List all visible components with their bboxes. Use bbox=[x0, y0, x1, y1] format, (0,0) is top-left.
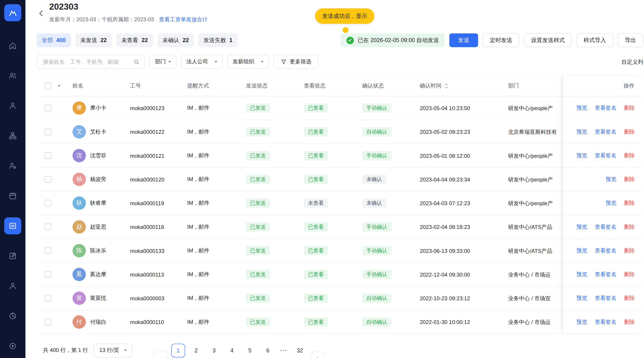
avatar: 付 bbox=[72, 315, 86, 329]
delete-link[interactable]: 删除 bbox=[624, 128, 635, 136]
sidebar-item-employee[interactable] bbox=[4, 97, 21, 114]
confirm-time: 2023-04-03 07:12:23 bbox=[420, 200, 508, 206]
status-tab[interactable]: 全部400 bbox=[37, 33, 71, 47]
sidebar-nav bbox=[4, 37, 21, 355]
preview-link[interactable]: 预览 bbox=[576, 128, 587, 136]
confirm-time: 2022-10-23 09:23:12 bbox=[420, 295, 508, 301]
delete-link[interactable]: 删除 bbox=[624, 247, 635, 255]
row-checkbox[interactable] bbox=[44, 176, 51, 183]
row-checkbox[interactable] bbox=[44, 271, 51, 278]
preview-link[interactable]: 预览 bbox=[576, 104, 587, 112]
page-button[interactable]: 5 bbox=[243, 343, 257, 357]
send-status-badge: 已发送 bbox=[246, 246, 270, 255]
row-checkbox[interactable] bbox=[44, 295, 51, 302]
sidebar-item-home[interactable] bbox=[4, 37, 21, 54]
row-checkbox[interactable] bbox=[44, 152, 51, 159]
chevron-down-icon bbox=[214, 60, 218, 64]
view-signature-link[interactable]: 查看签名 bbox=[595, 223, 616, 231]
row-checkbox[interactable] bbox=[44, 128, 51, 135]
tab-count: 1 bbox=[229, 37, 232, 44]
view-signature-link[interactable]: 查看签名 bbox=[595, 104, 616, 112]
confirm-time: 2023-05-02 09:23:23 bbox=[420, 129, 508, 135]
page-button[interactable]: 1 bbox=[171, 343, 185, 357]
scheduled-send-button[interactable]: 定时发送 bbox=[483, 33, 520, 47]
team-icon bbox=[8, 71, 17, 80]
department-filter[interactable]: 部门 bbox=[150, 55, 176, 69]
employee-id: moka0000110 bbox=[130, 319, 187, 325]
sidebar-item-team[interactable] bbox=[4, 67, 21, 84]
prev-page-button[interactable]: ‹ bbox=[154, 351, 167, 358]
avatar: 沈 bbox=[72, 149, 86, 162]
row-checkbox[interactable] bbox=[44, 200, 51, 207]
view-payroll-total-link[interactable]: 查看工资单发放合计 bbox=[159, 16, 208, 24]
delete-link[interactable]: 删除 bbox=[624, 223, 635, 231]
row-checkbox[interactable] bbox=[44, 223, 51, 230]
payroll-org-filter[interactable]: 发薪组织 bbox=[227, 55, 269, 69]
select-all-checkbox[interactable] bbox=[44, 82, 51, 89]
sort-icon[interactable] bbox=[444, 82, 448, 89]
delete-link[interactable]: 删除 bbox=[624, 294, 635, 302]
delete-link[interactable]: 删除 bbox=[624, 318, 635, 326]
sidebar-item-person-settings[interactable] bbox=[4, 157, 21, 174]
filter-label: 发薪组织 bbox=[232, 58, 254, 66]
delete-link[interactable]: 删除 bbox=[624, 152, 635, 160]
back-button[interactable] bbox=[36, 8, 46, 19]
confirm-status-badge: 手动确认 bbox=[362, 246, 391, 255]
table-row: 陈 陈冰乐 moka0000133 IM，邮件 已发送 已查看 手动确认 202… bbox=[37, 239, 643, 263]
view-signature-link[interactable]: 查看签名 bbox=[595, 294, 616, 302]
row-checkbox[interactable] bbox=[44, 105, 51, 111]
sidebar-item-payslip[interactable] bbox=[4, 217, 21, 234]
customize-columns-button[interactable]: 自定义列 bbox=[622, 58, 643, 66]
sidebar-item-settings[interactable] bbox=[4, 337, 21, 354]
view-signature-link[interactable]: 查看签名 bbox=[595, 318, 616, 326]
delete-link[interactable]: 删除 bbox=[624, 104, 635, 112]
search-input[interactable] bbox=[42, 58, 130, 65]
status-tab[interactable]: 未发送22 bbox=[75, 33, 112, 47]
export-button[interactable]: 导出 bbox=[618, 33, 643, 47]
page-button[interactable]: 6 bbox=[261, 343, 275, 357]
payroll-send-page: 202303 发薪年月：2023-03；个税所属期：2023-03 查看工资单发… bbox=[0, 0, 644, 358]
preview-link[interactable]: 预览 bbox=[576, 294, 587, 302]
view-signature-link[interactable]: 查看签名 bbox=[595, 128, 616, 136]
delete-link[interactable]: 删除 bbox=[624, 176, 635, 183]
preview-link[interactable]: 预览 bbox=[576, 271, 587, 278]
sidebar-item-compose[interactable] bbox=[4, 247, 21, 264]
view-signature-link[interactable]: 查看签名 bbox=[595, 271, 616, 278]
sidebar-item-org-chart[interactable] bbox=[4, 127, 21, 144]
view-signature-link[interactable]: 查看签名 bbox=[595, 152, 616, 160]
page-button[interactable]: 2 bbox=[189, 343, 203, 357]
sidebar-item-calendar[interactable] bbox=[4, 187, 21, 204]
delete-link[interactable]: 删除 bbox=[624, 199, 635, 207]
preview-link[interactable]: 预览 bbox=[576, 318, 587, 326]
next-page-button[interactable]: › bbox=[311, 351, 325, 358]
page-button[interactable]: 32 bbox=[293, 343, 307, 357]
more-filters-button[interactable]: 更多筛选 bbox=[274, 55, 318, 69]
legal-company-filter[interactable]: 法人公司 bbox=[181, 55, 222, 69]
employee-id: moka0000119 bbox=[130, 200, 187, 206]
confirm-time: 2023-04-04 09:23:34 bbox=[420, 176, 508, 183]
preview-link[interactable]: 预览 bbox=[606, 199, 616, 207]
sidebar-item-user[interactable] bbox=[4, 277, 21, 294]
page-size-select[interactable]: 13 行/页 bbox=[94, 343, 132, 357]
status-tab[interactable]: 未确认22 bbox=[158, 33, 194, 47]
sidebar-item-pie-chart[interactable] bbox=[4, 307, 21, 324]
send-button[interactable]: 发送 bbox=[449, 33, 478, 47]
row-checkbox[interactable] bbox=[44, 319, 51, 325]
row-checkbox[interactable] bbox=[44, 247, 51, 254]
delete-link[interactable]: 删除 bbox=[624, 271, 635, 278]
search-box[interactable] bbox=[37, 55, 145, 69]
page-button[interactable]: 4 bbox=[225, 343, 239, 357]
style-import-button[interactable]: 样式导入 bbox=[576, 33, 613, 47]
status-tab[interactable]: 未查看22 bbox=[116, 33, 153, 47]
view-signature-link[interactable]: 查看签名 bbox=[595, 247, 616, 255]
page-button[interactable]: 3 bbox=[207, 343, 221, 357]
preview-link[interactable]: 预览 bbox=[606, 176, 616, 183]
send-style-button[interactable]: 设置发送样式 bbox=[524, 33, 572, 47]
preview-link[interactable]: 预览 bbox=[576, 223, 587, 231]
status-tab[interactable]: 发送失败1 bbox=[198, 33, 238, 47]
preview-link[interactable]: 预览 bbox=[576, 247, 587, 255]
select-options-caret-icon[interactable] bbox=[57, 84, 61, 88]
preview-link[interactable]: 预览 bbox=[576, 152, 587, 160]
remind-method: IM，邮件 bbox=[187, 247, 246, 255]
row-actions: 预览查看签名删除 bbox=[563, 239, 643, 263]
